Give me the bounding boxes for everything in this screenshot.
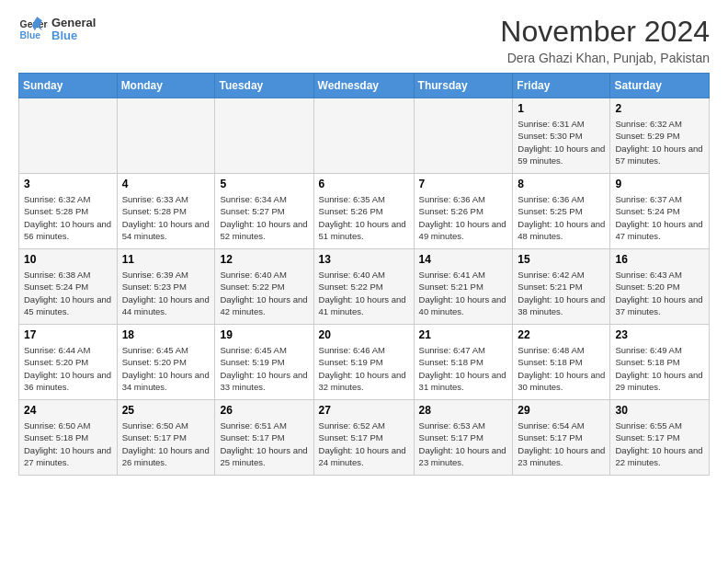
calendar-week-1: 1Sunrise: 6:31 AM Sunset: 5:30 PM Daylig… — [19, 98, 710, 174]
day-number: 14 — [419, 253, 508, 266]
day-info: Sunrise: 6:43 AM Sunset: 5:20 PM Dayligh… — [615, 269, 704, 317]
calendar-cell — [215, 98, 313, 174]
day-number: 30 — [615, 404, 704, 417]
day-number: 7 — [419, 178, 508, 190]
day-info: Sunrise: 6:41 AM Sunset: 5:21 PM Dayligh… — [419, 269, 508, 317]
calendar-week-5: 24Sunrise: 6:50 AM Sunset: 5:18 PM Dayli… — [19, 400, 710, 476]
calendar-cell: 12Sunrise: 6:40 AM Sunset: 5:22 PM Dayli… — [215, 249, 313, 325]
calendar-body: 1Sunrise: 6:31 AM Sunset: 5:30 PM Daylig… — [19, 98, 710, 476]
calendar: Sunday Monday Tuesday Wednesday Thursday… — [18, 73, 710, 476]
day-number: 13 — [319, 253, 409, 266]
day-info: Sunrise: 6:47 AM Sunset: 5:18 PM Dayligh… — [419, 344, 508, 393]
day-info: Sunrise: 6:52 AM Sunset: 5:17 PM Dayligh… — [319, 419, 409, 468]
calendar-cell: 11Sunrise: 6:39 AM Sunset: 5:23 PM Dayli… — [117, 249, 215, 325]
day-number: 12 — [220, 253, 308, 266]
calendar-cell: 18Sunrise: 6:45 AM Sunset: 5:20 PM Dayli… — [117, 325, 215, 400]
day-info: Sunrise: 6:42 AM Sunset: 5:21 PM Dayligh… — [518, 269, 605, 317]
day-number: 26 — [220, 404, 308, 417]
calendar-cell: 28Sunrise: 6:53 AM Sunset: 5:17 PM Dayli… — [414, 400, 513, 476]
day-number: 25 — [122, 404, 210, 417]
day-info: Sunrise: 6:54 AM Sunset: 5:17 PM Dayligh… — [518, 419, 605, 468]
calendar-cell: 21Sunrise: 6:47 AM Sunset: 5:18 PM Dayli… — [414, 325, 513, 400]
day-info: Sunrise: 6:46 AM Sunset: 5:19 PM Dayligh… — [319, 344, 409, 393]
calendar-week-4: 17Sunrise: 6:44 AM Sunset: 5:20 PM Dayli… — [19, 325, 710, 400]
day-info: Sunrise: 6:50 AM Sunset: 5:17 PM Dayligh… — [122, 419, 210, 468]
day-info: Sunrise: 6:51 AM Sunset: 5:17 PM Dayligh… — [220, 419, 308, 468]
calendar-header: Sunday Monday Tuesday Wednesday Thursday… — [19, 74, 710, 98]
calendar-cell: 25Sunrise: 6:50 AM Sunset: 5:17 PM Dayli… — [117, 400, 215, 476]
location: Dera Ghazi Khan, Punjab, Pakistan — [500, 51, 710, 65]
title-block: November 2024 Dera Ghazi Khan, Punjab, P… — [500, 15, 710, 65]
calendar-cell: 22Sunrise: 6:48 AM Sunset: 5:18 PM Dayli… — [513, 325, 610, 400]
day-info: Sunrise: 6:34 AM Sunset: 5:27 PM Dayligh… — [220, 193, 308, 242]
calendar-cell: 17Sunrise: 6:44 AM Sunset: 5:20 PM Dayli… — [19, 325, 118, 400]
day-number: 3 — [24, 178, 112, 190]
day-info: Sunrise: 6:33 AM Sunset: 5:28 PM Dayligh… — [122, 193, 210, 242]
day-number: 29 — [518, 404, 605, 417]
logo: General Blue General Blue — [18, 15, 96, 44]
day-info: Sunrise: 6:55 AM Sunset: 5:17 PM Dayligh… — [615, 419, 704, 468]
calendar-cell: 29Sunrise: 6:54 AM Sunset: 5:17 PM Dayli… — [513, 400, 610, 476]
calendar-cell: 2Sunrise: 6:32 AM Sunset: 5:29 PM Daylig… — [610, 98, 710, 174]
calendar-cell — [414, 98, 513, 174]
day-info: Sunrise: 6:39 AM Sunset: 5:23 PM Dayligh… — [122, 269, 210, 317]
day-number: 6 — [319, 178, 409, 190]
day-number: 15 — [518, 253, 605, 266]
calendar-cell: 3Sunrise: 6:32 AM Sunset: 5:28 PM Daylig… — [19, 174, 118, 249]
logo-line2: Blue — [51, 29, 96, 42]
day-info: Sunrise: 6:36 AM Sunset: 5:25 PM Dayligh… — [518, 193, 605, 242]
day-number: 23 — [615, 328, 704, 341]
calendar-cell: 23Sunrise: 6:49 AM Sunset: 5:18 PM Dayli… — [610, 325, 710, 400]
day-info: Sunrise: 6:48 AM Sunset: 5:18 PM Dayligh… — [518, 344, 605, 393]
day-info: Sunrise: 6:35 AM Sunset: 5:26 PM Dayligh… — [319, 193, 409, 242]
calendar-cell: 19Sunrise: 6:45 AM Sunset: 5:19 PM Dayli… — [215, 325, 313, 400]
calendar-cell — [313, 98, 414, 174]
day-info: Sunrise: 6:45 AM Sunset: 5:19 PM Dayligh… — [220, 344, 308, 393]
col-thursday: Thursday — [414, 74, 513, 98]
day-number: 2 — [615, 102, 704, 115]
col-monday: Monday — [117, 74, 215, 98]
calendar-cell — [19, 98, 118, 174]
day-number: 18 — [122, 328, 210, 341]
day-number: 4 — [122, 178, 210, 190]
day-info: Sunrise: 6:45 AM Sunset: 5:20 PM Dayligh… — [122, 344, 210, 393]
day-info: Sunrise: 6:49 AM Sunset: 5:18 PM Dayligh… — [615, 344, 704, 393]
day-info: Sunrise: 6:32 AM Sunset: 5:28 PM Dayligh… — [24, 193, 112, 242]
day-number: 8 — [518, 178, 605, 190]
day-number: 1 — [518, 102, 605, 115]
calendar-cell: 4Sunrise: 6:33 AM Sunset: 5:28 PM Daylig… — [117, 174, 215, 249]
calendar-cell: 6Sunrise: 6:35 AM Sunset: 5:26 PM Daylig… — [313, 174, 414, 249]
day-info: Sunrise: 6:31 AM Sunset: 5:30 PM Dayligh… — [518, 118, 605, 167]
logo-icon: General Blue — [18, 15, 48, 44]
calendar-cell: 13Sunrise: 6:40 AM Sunset: 5:22 PM Dayli… — [313, 249, 414, 325]
calendar-week-2: 3Sunrise: 6:32 AM Sunset: 5:28 PM Daylig… — [19, 174, 710, 249]
logo-line1: General — [51, 17, 96, 29]
calendar-cell: 5Sunrise: 6:34 AM Sunset: 5:27 PM Daylig… — [215, 174, 313, 249]
calendar-week-3: 10Sunrise: 6:38 AM Sunset: 5:24 PM Dayli… — [19, 249, 710, 325]
col-sunday: Sunday — [19, 74, 118, 98]
day-number: 21 — [419, 328, 508, 341]
calendar-cell: 15Sunrise: 6:42 AM Sunset: 5:21 PM Dayli… — [513, 249, 610, 325]
day-info: Sunrise: 6:50 AM Sunset: 5:18 PM Dayligh… — [24, 419, 112, 468]
day-info: Sunrise: 6:36 AM Sunset: 5:26 PM Dayligh… — [419, 193, 508, 242]
header-row: Sunday Monday Tuesday Wednesday Thursday… — [19, 74, 710, 98]
header: General Blue General Blue November 2024 … — [18, 15, 710, 65]
svg-text:Blue: Blue — [20, 30, 41, 40]
day-number: 16 — [615, 253, 704, 266]
day-info: Sunrise: 6:38 AM Sunset: 5:24 PM Dayligh… — [24, 269, 112, 317]
col-tuesday: Tuesday — [215, 74, 313, 98]
day-number: 24 — [24, 404, 112, 417]
col-friday: Friday — [513, 74, 610, 98]
day-info: Sunrise: 6:37 AM Sunset: 5:24 PM Dayligh… — [615, 193, 704, 242]
calendar-cell: 8Sunrise: 6:36 AM Sunset: 5:25 PM Daylig… — [513, 174, 610, 249]
day-number: 10 — [24, 253, 112, 266]
calendar-cell — [117, 98, 215, 174]
day-number: 19 — [220, 328, 308, 341]
day-number: 22 — [518, 328, 605, 341]
col-saturday: Saturday — [610, 74, 710, 98]
calendar-cell: 14Sunrise: 6:41 AM Sunset: 5:21 PM Dayli… — [414, 249, 513, 325]
day-info: Sunrise: 6:32 AM Sunset: 5:29 PM Dayligh… — [615, 118, 704, 167]
calendar-cell: 1Sunrise: 6:31 AM Sunset: 5:30 PM Daylig… — [513, 98, 610, 174]
calendar-cell: 30Sunrise: 6:55 AM Sunset: 5:17 PM Dayli… — [610, 400, 710, 476]
calendar-cell: 10Sunrise: 6:38 AM Sunset: 5:24 PM Dayli… — [19, 249, 118, 325]
